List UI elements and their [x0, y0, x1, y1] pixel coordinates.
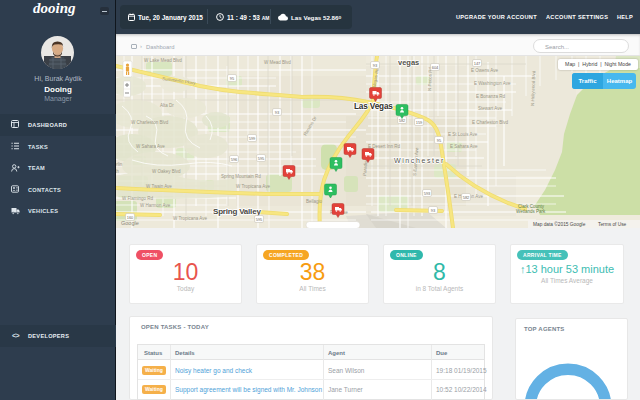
svg-text:95: 95 — [230, 76, 235, 81]
svg-text:93: 93 — [275, 110, 280, 115]
svg-text:W Tropicana Ave: W Tropicana Ave — [173, 216, 207, 221]
svg-text:95: 95 — [437, 138, 442, 143]
svg-text:93: 93 — [373, 63, 378, 68]
svg-text:Wetlands Park: Wetlands Park — [516, 209, 546, 214]
svg-text:W Flamingo Rd: W Flamingo Rd — [122, 196, 154, 201]
svg-text:599: 599 — [249, 136, 256, 141]
svg-text:Spring Mountain Rd: Spring Mountain Rd — [221, 174, 261, 179]
svg-text:Spring Valley: Spring Valley — [213, 207, 261, 216]
svg-text:Winchester: Winchester — [394, 157, 445, 164]
svg-text:Stewart Ave: Stewart Ave — [478, 106, 502, 111]
svg-text:W Sahara Ave: W Sahara Ave — [136, 144, 165, 149]
svg-text:W Lake Mead Blvd: W Lake Mead Blvd — [144, 58, 182, 63]
svg-text:147: 147 — [474, 61, 481, 66]
svg-text:vegas: vegas — [398, 58, 419, 67]
svg-text:W Mead Blvd: W Mead Blvd — [264, 60, 291, 65]
svg-text:W Tropicana Ave: W Tropicana Ave — [236, 184, 270, 189]
svg-text:W Harmon Ave: W Harmon Ave — [140, 203, 171, 208]
svg-text:Las Vegas: Las Vegas — [354, 102, 393, 111]
svg-text:595: 595 — [258, 156, 265, 161]
svg-text:E Charleston Blvd: E Charleston Blvd — [472, 120, 509, 125]
svg-text:E Washington Ave: E Washington Ave — [474, 81, 511, 86]
svg-text:582: 582 — [463, 195, 470, 200]
svg-text:160: 160 — [127, 215, 134, 220]
svg-text:E Bonanza Rd: E Bonanza Rd — [476, 94, 506, 99]
svg-text:Alta Dr: Alta Dr — [160, 103, 174, 108]
svg-text:596: 596 — [231, 157, 238, 162]
svg-text:E Owens Ave: E Owens Ave — [471, 68, 498, 73]
svg-text:merlin: merlin — [116, 162, 123, 167]
svg-text:W Oakey Blvd: W Oakey Blvd — [152, 169, 181, 174]
svg-text:604: 604 — [432, 65, 439, 70]
svg-text:593: 593 — [424, 191, 431, 196]
svg-text:E Sahara Ave: E Sahara Ave — [450, 144, 478, 149]
svg-text:93: 93 — [431, 208, 436, 213]
svg-text:Google: Google — [121, 220, 139, 226]
svg-text:Terms of Use: Terms of Use — [598, 222, 627, 227]
svg-text:W Charleston Blvd: W Charleston Blvd — [131, 120, 169, 125]
svg-text:159: 159 — [416, 120, 423, 125]
svg-text:W Twain Ave: W Twain Ave — [146, 184, 172, 189]
svg-text:Bellagio: Bellagio — [306, 199, 323, 204]
svg-text:E St Louis Ave: E St Louis Ave — [448, 132, 478, 137]
svg-text:Map data ©2015 Google: Map data ©2015 Google — [533, 221, 586, 227]
svg-text:E Desert Inn Rd: E Desert Inn Rd — [368, 144, 401, 149]
svg-text:595: 595 — [256, 217, 263, 222]
